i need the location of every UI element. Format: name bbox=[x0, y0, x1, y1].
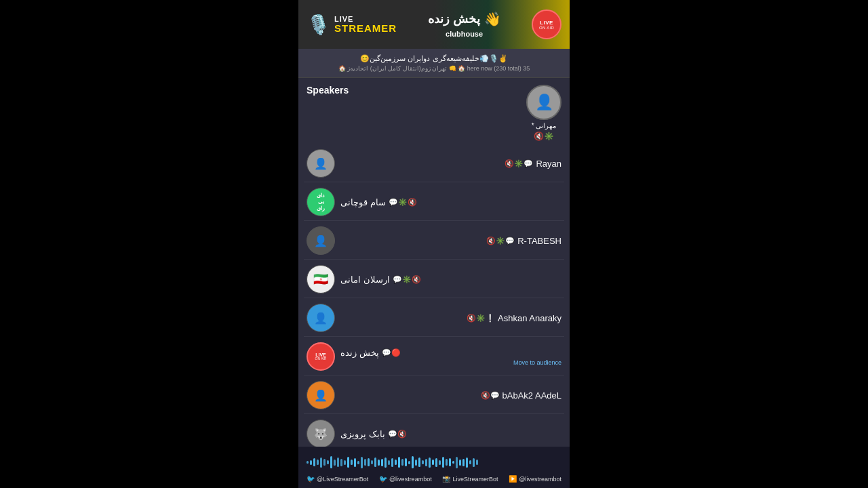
waveform-bar bbox=[310, 460, 312, 465]
speaker-row[interactable]: 👤🔇✳️❕Ashkan Anaraky bbox=[304, 300, 564, 337]
waveform-bar bbox=[422, 460, 424, 464]
waveform-bar bbox=[449, 458, 451, 466]
speaker-name: 🔇✳️💬Rayan bbox=[340, 159, 561, 169]
featured-speaker-avatar: 👤 bbox=[526, 85, 561, 120]
instagram-handle: LiveStreamerBot bbox=[452, 476, 498, 483]
waveform-bar bbox=[432, 460, 434, 465]
waveform-bar bbox=[395, 460, 397, 465]
persian-title: پخش زنده bbox=[428, 12, 480, 26]
speaker-name-text: بابک پرویزی bbox=[340, 429, 385, 439]
waveform-bar bbox=[330, 456, 332, 468]
speaker-status-icons: 🔇✳️💬 bbox=[393, 275, 421, 284]
social-youtube: ▶️ @livestreambot bbox=[509, 475, 561, 483]
speaker-status-icons: 🔴💬 bbox=[382, 348, 401, 357]
live-streamer-branding: LIVE STREAMER bbox=[334, 15, 397, 35]
featured-speaker[interactable]: 👤 مهرانی * 🔇✳️ bbox=[526, 85, 561, 141]
waveform-bar bbox=[371, 460, 373, 464]
speaker-info: 🔇💬بابک پرویزی bbox=[340, 429, 561, 439]
waveform-bar bbox=[466, 458, 468, 468]
twitter-handle: @LiveStreamerBot bbox=[317, 476, 368, 483]
live-on-air-subtext: ON AIR bbox=[539, 26, 554, 30]
speaker-name-text: ارسلان امانی bbox=[340, 274, 390, 285]
waveform-bar bbox=[459, 460, 461, 466]
speaker-status-icons: 🔇✳️💬 bbox=[505, 159, 533, 168]
speaker-avatar: 🇮🇷 bbox=[307, 265, 335, 293]
waveform-bar bbox=[351, 460, 353, 465]
speaker-name: 🔇💬bAbAk2 AAdeL bbox=[340, 390, 561, 401]
speaker-status-icons: 🔇✳️❕ bbox=[467, 314, 495, 323]
waveform-bar bbox=[388, 460, 390, 465]
twitter-icon: 🐦 bbox=[307, 475, 315, 483]
social-instagram-bot: 📸 LiveStreamerBot bbox=[442, 475, 498, 483]
hand-emoji: 👋 bbox=[484, 11, 501, 27]
waveform-bar bbox=[452, 461, 454, 464]
speakers-label: Speakers bbox=[307, 85, 521, 96]
speaker-status-icons: 🔇💬 bbox=[481, 391, 500, 400]
speaker-row[interactable]: 👤🔇💬bAbAk2 AAdeL bbox=[304, 377, 564, 414]
speaker-row[interactable]: 🐺🔇💬بابک پرویزی bbox=[304, 415, 564, 447]
waveform-bar bbox=[354, 458, 356, 467]
speaker-row[interactable]: 👤🔇✳️💬Rayan bbox=[304, 145, 564, 182]
live-on-air-badge: LIVE ON AIR bbox=[532, 9, 561, 39]
waveform-bar bbox=[391, 458, 393, 467]
speaker-list: 👤🔇✳️💬Rayanدای بی رای🔇✳️💬سام قوچانی👤🔇✳️💬R… bbox=[298, 145, 570, 447]
featured-speaker-name: مهرانی * bbox=[532, 122, 557, 129]
featured-speaker-icons: 🔇✳️ bbox=[534, 131, 554, 141]
youtube-handle: @livestreambot bbox=[519, 476, 561, 483]
main-phone-area: 🎙️ LIVE STREAMER پخش زنده 👋 clubhouse LI… bbox=[298, 0, 570, 488]
waveform-bar bbox=[429, 458, 431, 468]
waveform-bar bbox=[327, 460, 329, 464]
speaker-info: 🔇✳️💬R-TABESH bbox=[340, 236, 561, 246]
speaker-avatar: دای بی رای bbox=[307, 188, 335, 216]
waveform-bar bbox=[469, 460, 471, 464]
waveform-bar bbox=[374, 458, 376, 467]
waveform-bar bbox=[347, 457, 349, 468]
instagram-icon: 📸 bbox=[442, 475, 450, 483]
waveform-bar bbox=[442, 457, 444, 468]
waveform-bar bbox=[357, 461, 359, 464]
social-twitter-bot: 🐦 @LiveStreamerBot bbox=[307, 475, 368, 483]
speaker-name-text: R-TABESH bbox=[517, 236, 561, 246]
waveform-bar bbox=[344, 460, 346, 465]
speaker-status-icons: 🔇💬 bbox=[388, 430, 407, 439]
move-to-audience-label[interactable]: Move to audience bbox=[340, 359, 561, 366]
speaker-row[interactable]: LIVEON AIR🔴💬پخش زندهMove to audience bbox=[304, 338, 564, 375]
waveform-bar bbox=[418, 458, 420, 467]
speaker-avatar: 👤 bbox=[307, 381, 335, 409]
social-links: 🐦 @LiveStreamerBot 🐦 @livestreambot 📸 Li… bbox=[307, 475, 561, 483]
clubhouse-label: clubhouse bbox=[446, 30, 483, 38]
speaker-name: 🔇✳️💬R-TABESH bbox=[340, 236, 561, 246]
speakers-header: Speakers 👤 مهرانی * 🔇✳️ bbox=[298, 78, 570, 145]
youtube-icon: ▶️ bbox=[509, 475, 517, 483]
waveform-bar bbox=[378, 460, 380, 466]
twitter-handle2: @livestreambot bbox=[389, 476, 432, 483]
speaker-row[interactable]: دای بی رای🔇✳️💬سام قوچانی bbox=[304, 184, 564, 221]
waveform-bar bbox=[313, 458, 315, 466]
waveform-bar bbox=[340, 459, 342, 466]
room-title-bar: ✌️🎙️💨خلیفه‌شیعه‌گری دوایران سرزمین‌گین😊 … bbox=[298, 49, 570, 78]
header-center: پخش زنده 👋 clubhouse bbox=[428, 11, 501, 38]
speaker-row[interactable]: 🇮🇷🔇✳️💬ارسلان امانی bbox=[304, 261, 564, 298]
speaker-row[interactable]: 👤🔇✳️💬R-TABESH bbox=[304, 222, 564, 260]
live-on-air-live-text: LIVE bbox=[540, 20, 553, 26]
speaker-status-icons: 🔇✳️💬 bbox=[389, 198, 417, 207]
waveform-bar bbox=[320, 458, 322, 468]
speaker-info: 🔇✳️💬سام قوچانی bbox=[340, 197, 561, 207]
waveform-bar bbox=[398, 457, 400, 468]
streamer-label: STREAMER bbox=[334, 23, 397, 35]
room-title: ✌️🎙️💨خلیفه‌شیعه‌گری دوایران سرزمین‌گین😊 bbox=[307, 54, 561, 63]
speaker-avatar: LIVEON AIR bbox=[307, 342, 335, 371]
waveform-bar bbox=[473, 458, 475, 467]
waveform-bar bbox=[415, 460, 417, 466]
header-left: 🎙️ LIVE STREAMER bbox=[307, 14, 397, 36]
speakers-container: Speakers 👤 مهرانی * 🔇✳️ 👤🔇✳️💬Rayanدای بی… bbox=[298, 78, 570, 447]
speaker-name-text: سام قوچانی bbox=[340, 197, 386, 207]
waveform-bar bbox=[435, 458, 437, 467]
waveform-bar bbox=[425, 459, 427, 466]
room-subtitle: here now (230 total) 35 🏠 👊 تهران زوم(ان… bbox=[307, 65, 561, 72]
speaker-avatar: 👤 bbox=[307, 226, 335, 255]
speaker-name: 🔇✳️❕Ashkan Anaraky bbox=[340, 313, 561, 323]
waveform-bar bbox=[439, 460, 441, 465]
speaker-avatar: 👤 bbox=[307, 304, 335, 332]
waveform-bar bbox=[364, 459, 366, 466]
